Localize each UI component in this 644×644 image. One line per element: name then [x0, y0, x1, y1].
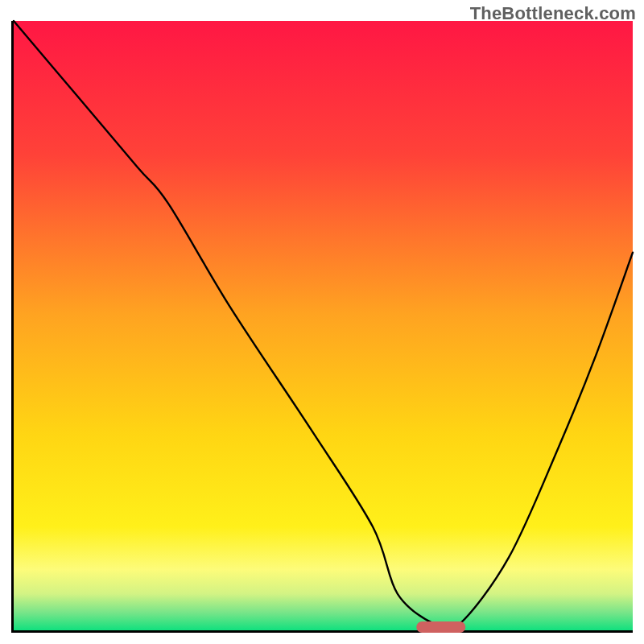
- optimal-marker: [416, 621, 466, 633]
- bottleneck-curve: [14, 21, 633, 630]
- plot-area: [11, 21, 633, 633]
